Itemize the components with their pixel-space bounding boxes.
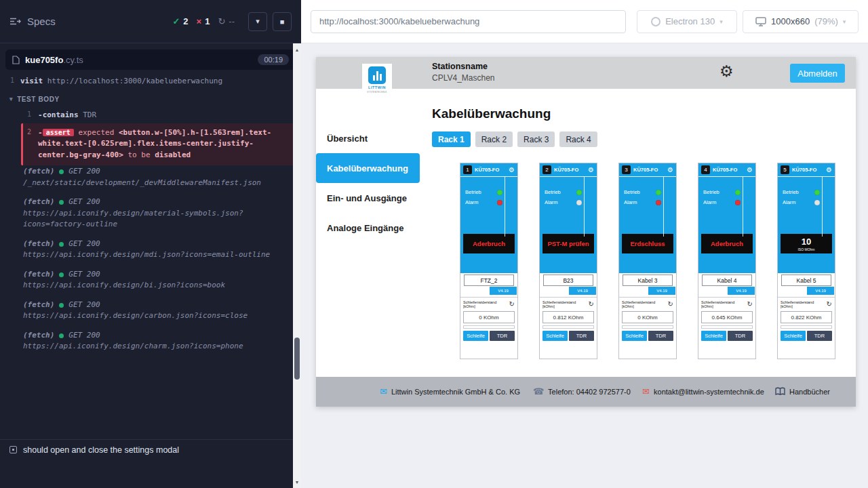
command-arg: TDR	[83, 110, 96, 119]
scrollbar-thumb[interactable]	[294, 338, 300, 380]
refresh-icon[interactable]: ↻	[827, 301, 832, 308]
tdr-button[interactable]: TDR	[569, 331, 594, 341]
footer-company: ✉ Littwin Systemtechnik GmbH & Co. KG	[380, 387, 524, 397]
betrieb-label: Betrieb	[703, 189, 719, 195]
assert-expected: expected	[78, 128, 114, 137]
sidebar-item-uebersicht[interactable]: Übersicht	[316, 123, 421, 153]
gear-icon[interactable]: ⚙	[509, 166, 515, 174]
tab-rack-3[interactable]: Rack 3	[517, 131, 555, 147]
loop-resistance-value: 0 KOhm	[622, 311, 673, 323]
alarm-label: Alarm	[703, 199, 717, 205]
scroll-down-arrow[interactable]: ▼	[293, 477, 301, 487]
scroll-up-arrow[interactable]: ▲	[293, 45, 301, 54]
gear-icon[interactable]: ⚙	[747, 166, 753, 174]
sidebar-item-kabelueberwachung[interactable]: Kabelüberwachung	[316, 153, 420, 183]
footer-manuals[interactable]: Handbücher	[775, 387, 830, 397]
refresh-icon[interactable]: ↻	[589, 301, 594, 308]
alarm-led	[814, 200, 820, 205]
next-test-title: should open and close the settings modal	[23, 445, 179, 455]
firmware-version: V4.19	[807, 287, 834, 295]
refresh-icon[interactable]: ↻	[747, 301, 753, 308]
refresh-icon[interactable]: ↻	[509, 301, 515, 308]
tab-rack-2[interactable]: Rack 2	[475, 131, 513, 147]
fetch-log-entry[interactable]: (fetch)GET 200 https://api.iconify.desig…	[23, 269, 297, 291]
command-assert-failed[interactable]: 2 -assert expected <button.w-[50%].h-[1.…	[21, 123, 297, 166]
refresh-icon[interactable]: ↻	[668, 301, 673, 308]
schleife-button[interactable]: Schleife	[781, 331, 806, 341]
sidebar-item-analoge-eingaenge[interactable]: Analoge Eingänge	[316, 213, 421, 243]
schleife-button[interactable]: Schleife	[701, 331, 726, 341]
device-model: KÜ705-FO	[633, 167, 665, 173]
viewport-select[interactable]: 1000x660 (79%) ▾	[743, 10, 859, 33]
screen: Specs ✓2 ×1 ↻-- ▾ ■ kue705fo.cy.ts 00:19…	[0, 0, 868, 488]
footer-email: ✉ kontakt@littwin-systemtechnik.de	[642, 387, 766, 397]
sidebar-item-ein-und-ausgaenge[interactable]: Ein- und Ausgänge	[316, 183, 421, 213]
status-value: 10	[802, 237, 811, 247]
tab-rack-1[interactable]: Rack 1	[432, 131, 471, 147]
schleife-button[interactable]: Schleife	[542, 331, 568, 341]
stop-button[interactable]: ■	[273, 12, 292, 31]
passed-stat: ✓2	[172, 16, 188, 26]
firmware-version: V4.19	[490, 287, 517, 295]
settings-gear-icon[interactable]: ⚙	[719, 62, 734, 81]
runner-header: Specs ✓2 ×1 ↻-- ▾ ■	[0, 0, 301, 43]
spec-file-row[interactable]: kue705fo.cy.ts 00:19	[5, 49, 296, 70]
scrollbar[interactable]: ▲ ▼	[293, 43, 301, 488]
fetch-url: https://api.iconify.design/carbon.json?i…	[23, 311, 248, 320]
failed-count: 1	[205, 16, 210, 26]
cable-name: Kabel 3	[623, 274, 673, 286]
test-body-label: TEST BODY	[17, 96, 60, 103]
tdr-button[interactable]: TDR	[807, 331, 832, 341]
tdr-button[interactable]: TDR	[490, 331, 515, 341]
status-unit: ISO MOhm	[797, 247, 814, 251]
fetch-log-entry[interactable]: (fetch)GET 200 /_next/static/development…	[23, 166, 297, 188]
panel-divider	[505, 177, 505, 237]
command-number: 2	[27, 127, 38, 161]
fetch-label: (fetch)	[23, 166, 54, 178]
schleife-button[interactable]: Schleife	[622, 331, 647, 341]
status-text: Erdschluss	[630, 240, 665, 247]
spec-duration: 00:19	[258, 54, 289, 65]
fetch-log-entry[interactable]: (fetch)GET 200 https://api.iconify.desig…	[23, 239, 297, 261]
test-body-section[interactable]: ▾ TEST BODY	[0, 89, 301, 107]
status-text: Aderbruch	[473, 240, 505, 247]
status-display: PST-M prüfen	[542, 234, 594, 253]
url-input[interactable]	[311, 10, 626, 33]
betrieb-led	[656, 190, 661, 195]
panel-divider	[584, 177, 585, 237]
betrieb-label: Betrieb	[783, 189, 799, 195]
logo-subtitle: SYSTEMTECHNIK	[367, 91, 387, 94]
tab-rack-4[interactable]: Rack 4	[559, 131, 597, 147]
stop-icon: ■	[280, 18, 285, 26]
fetch-log-entry[interactable]: (fetch)GET 200 https://api.iconify.desig…	[23, 197, 297, 230]
schleife-button[interactable]: Schleife	[463, 331, 488, 341]
viewport-zoom: (79%)	[814, 16, 838, 26]
gear-icon[interactable]: ⚙	[826, 166, 832, 174]
logo-icon	[368, 66, 386, 84]
status-dot	[59, 200, 64, 205]
footer-phone: ☎ Telefon: 04402 972577-0	[533, 387, 633, 397]
assert-state: disabled	[155, 150, 191, 159]
manuals-label: Handbücher	[789, 387, 830, 397]
spec-extension: .cy.ts	[63, 55, 83, 65]
chevron-down-icon: ▾	[9, 96, 13, 102]
tdr-button[interactable]: TDR	[648, 331, 673, 341]
fetch-label: (fetch)	[23, 330, 54, 342]
logout-button[interactable]: Abmelden	[790, 64, 845, 83]
specs-button[interactable]: Specs	[9, 16, 56, 27]
command-log: 1 visit http://localhost:3000/kabelueber…	[0, 73, 301, 352]
command-contains[interactable]: 1 -contains TDR	[23, 108, 297, 123]
loop-resistance-value: 0 KOhm	[463, 311, 515, 323]
browser-select[interactable]: Electron 130 ▾	[637, 10, 738, 33]
loop-resistance-label: Schleifenwiderstand [kOhm]	[622, 300, 668, 308]
gear-icon[interactable]: ⚙	[667, 166, 673, 174]
device-number: 4	[701, 165, 710, 174]
collapse-button[interactable]: ▾	[248, 12, 267, 31]
gear-icon[interactable]: ⚙	[588, 166, 594, 174]
next-test-row[interactable]: should open and close the settings modal	[0, 439, 293, 460]
fetch-log-entry[interactable]: (fetch)GET 200 https://api.iconify.desig…	[23, 300, 297, 322]
tdr-button[interactable]: TDR	[728, 331, 753, 341]
test-icon	[9, 446, 17, 453]
fetch-log-entry[interactable]: (fetch)GET 200 https://api.iconify.desig…	[23, 330, 297, 352]
command-visit[interactable]: 1 visit http://localhost:3000/kabelueber…	[0, 74, 301, 89]
